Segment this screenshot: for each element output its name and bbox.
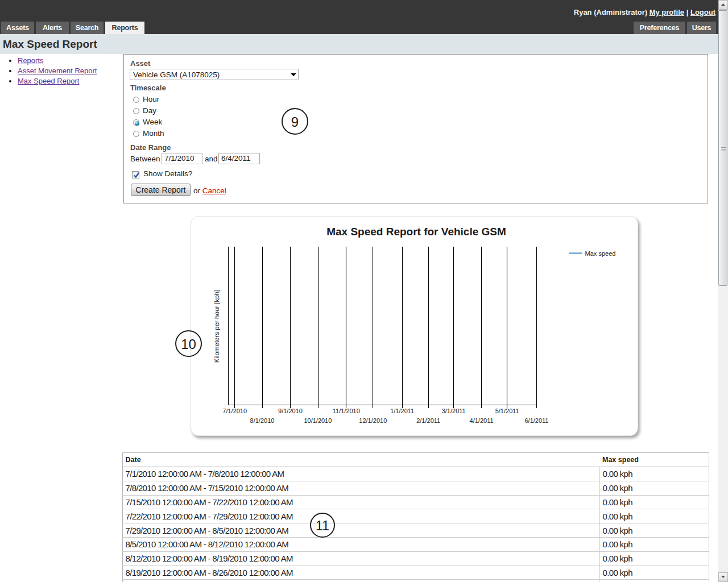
svg-text:Max Speed Report for Vehicle G: Max Speed Report for Vehicle GSM	[326, 226, 506, 238]
svg-text:1/1/2011: 1/1/2011	[390, 408, 414, 414]
svg-text:11/1/2010: 11/1/2010	[333, 408, 360, 414]
svg-text:5/1/2011: 5/1/2011	[495, 408, 519, 414]
svg-text:12/1/2010: 12/1/2010	[359, 417, 387, 424]
svg-text:7/1/2010: 7/1/2010	[222, 408, 247, 414]
svg-text:Max speed: Max speed	[585, 250, 616, 257]
svg-text:10/1/2010: 10/1/2010	[304, 417, 332, 424]
svg-text:9/1/2010: 9/1/2010	[278, 408, 303, 414]
svg-text:Kilometers per hour [kph]: Kilometers per hour [kph]	[213, 290, 220, 363]
svg-text:3/1/2011: 3/1/2011	[442, 408, 466, 414]
svg-text:2/1/2011: 2/1/2011	[416, 417, 440, 424]
svg-text:4/1/2011: 4/1/2011	[470, 417, 494, 424]
svg-text:8/1/2010: 8/1/2010	[250, 417, 275, 424]
svg-text:6/1/2011: 6/1/2011	[524, 417, 548, 424]
